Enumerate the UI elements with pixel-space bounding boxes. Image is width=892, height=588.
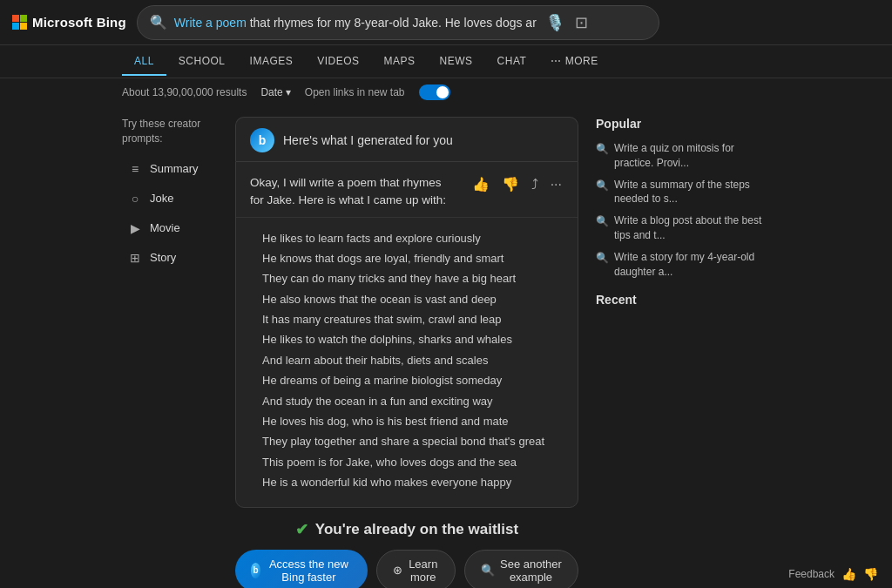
tab-school[interactable]: SCHOOL xyxy=(166,48,238,76)
microsoft-logo xyxy=(12,15,27,30)
right-sidebar: Popular 🔍 Write a quiz on mitosis for pr… xyxy=(596,117,770,578)
sidebar-item-label: Joke xyxy=(150,192,173,205)
poem-line: He likes to learn facts and explore curi… xyxy=(262,228,564,248)
thumbs-down-button[interactable]: 👎 xyxy=(500,174,521,194)
waitlist-buttons: b Access the new Bing faster ⊛ Learn mor… xyxy=(235,550,578,588)
tab-videos[interactable]: VIDEOS xyxy=(305,48,371,76)
logo-text: Microsoft Bing xyxy=(32,15,126,30)
story-icon: ⊞ xyxy=(127,250,143,266)
learn-more-button[interactable]: ⊛ Learn more xyxy=(376,550,456,588)
popular-item-1[interactable]: 🔍 Write a quiz on mitosis for practice. … xyxy=(596,138,770,174)
feedback-bar: Feedback 👍 👎 xyxy=(788,567,878,581)
center-content: b Here's what I generated for you Okay, … xyxy=(235,117,578,578)
search-icon-small: 🔍 xyxy=(596,214,609,229)
response-card: Okay, I will write a poem that rhymes fo… xyxy=(235,161,578,508)
tab-news[interactable]: NEWS xyxy=(428,48,485,76)
tab-chat[interactable]: CHAT xyxy=(485,48,539,76)
popular-item-2[interactable]: 🔍 Write a summary of the steps needed to… xyxy=(596,174,770,211)
feedback-thumbs-down[interactable]: 👎 xyxy=(863,567,878,581)
tab-images[interactable]: IMAGES xyxy=(238,48,306,76)
query-normal: that rhymes for my 8-year-old Jake. He l… xyxy=(247,16,537,30)
header: Microsoft Bing 🔍 Write a poem that rhyme… xyxy=(0,0,892,45)
more-actions-button[interactable]: ··· xyxy=(549,175,564,194)
poem-text: He likes to learn facts and explore curi… xyxy=(236,218,578,507)
poem-line: They play together and share a special b… xyxy=(262,431,564,451)
search-query-display: Write a poem that rhymes for my 8-year-o… xyxy=(174,16,537,30)
search-icon-small: 🔍 xyxy=(596,251,609,266)
chevron-down-icon: ▾ xyxy=(286,86,291,98)
results-bar: About 13,90,00,000 results Date ▾ Open l… xyxy=(0,78,892,106)
popular-item-4[interactable]: 🔍 Write a story for my 4-year-old daught… xyxy=(596,247,770,283)
waitlist-message: You're already on the waitlist xyxy=(315,521,518,538)
sidebar-item-label: Summary xyxy=(150,162,199,175)
sidebar-item-label: Movie xyxy=(150,221,180,234)
poem-line: He dreams of being a marine biologist so… xyxy=(262,370,564,390)
sidebar-item-label: Story xyxy=(150,251,176,264)
search-icon: 🔍 xyxy=(150,14,167,30)
mic-button[interactable]: 🎙️ xyxy=(544,11,566,34)
joke-icon: ○ xyxy=(127,191,143,206)
query-highlight: Write a poem xyxy=(174,16,247,30)
thumbs-up-button[interactable]: 👍 xyxy=(470,174,491,194)
tab-more[interactable]: ⋯ MORE xyxy=(538,48,610,76)
response-intro: Okay, I will write a poem that rhymes fo… xyxy=(236,162,578,218)
see-example-label: See another example xyxy=(500,558,562,584)
popular-item-text: Write a story for my 4-year-old daughter… xyxy=(614,250,770,280)
sidebar-header: Try these creator prompts: xyxy=(122,117,218,146)
response-actions: 👍 👎 ⤴ ··· xyxy=(456,174,564,194)
sidebar-item-summary[interactable]: ≡ Summary xyxy=(122,155,218,183)
check-icon: ✔ xyxy=(295,520,308,539)
poem-line: It has many creatures that swim, crawl a… xyxy=(262,309,564,329)
poem-line: And study the ocean in a fun and excitin… xyxy=(262,391,564,411)
tab-maps[interactable]: MAPS xyxy=(372,48,428,76)
date-filter[interactable]: Date ▾ xyxy=(260,86,290,98)
access-bing-faster-button[interactable]: b Access the new Bing faster xyxy=(235,550,368,588)
tab-all[interactable]: ALL xyxy=(122,48,166,76)
recent-title: Recent xyxy=(596,293,770,307)
bing-avatar: b xyxy=(250,128,274,152)
see-another-example-button[interactable]: 🔍 See another example xyxy=(464,550,578,588)
left-sidebar: Try these creator prompts: ≡ Summary ○ J… xyxy=(122,117,218,578)
popular-title: Popular xyxy=(596,117,770,131)
popular-section: Popular 🔍 Write a quiz on mitosis for pr… xyxy=(596,117,770,282)
popular-item-text: Write a blog post about the best tips an… xyxy=(614,213,770,243)
bing-header-text: Here's what I generated for you xyxy=(283,133,453,147)
poem-line: And learn about their habits, diets and … xyxy=(262,350,564,370)
search-icon-small: 🔍 xyxy=(596,179,609,193)
poem-line: This poem is for Jake, who loves dogs an… xyxy=(262,452,564,472)
popular-item-text: Write a quiz on mitosis for practice. Pr… xyxy=(614,141,770,171)
camera-button[interactable]: ⊡ xyxy=(573,11,590,34)
search-actions: 🎙️ ⊡ xyxy=(544,11,590,34)
sidebar-item-story[interactable]: ⊞ Story xyxy=(122,244,218,272)
share-button[interactable]: ⤴ xyxy=(530,175,540,194)
sidebar-item-movie[interactable]: ▶ Movie xyxy=(122,214,218,242)
open-links-toggle[interactable] xyxy=(419,84,450,100)
learn-more-label: Learn more xyxy=(408,558,439,584)
poem-line: He likes to watch the dolphins, sharks a… xyxy=(262,329,564,349)
bing-icon: b xyxy=(251,563,260,578)
summary-icon: ≡ xyxy=(127,161,143,177)
search-bar[interactable]: 🔍 Write a poem that rhymes for my 8-year… xyxy=(137,5,659,40)
movie-icon: ▶ xyxy=(127,220,143,236)
access-btn-label: Access the new Bing faster xyxy=(266,558,351,584)
feedback-label: Feedback xyxy=(788,568,835,580)
bing-response-header: b Here's what I generated for you xyxy=(235,117,578,161)
learn-more-icon: ⊛ xyxy=(393,564,402,577)
waitlist-text: ✔ You're already on the waitlist xyxy=(295,520,518,539)
sidebar-item-joke[interactable]: ○ Joke xyxy=(122,185,218,213)
feedback-thumbs-up[interactable]: 👍 xyxy=(841,567,856,581)
results-count: About 13,90,00,000 results xyxy=(122,86,247,98)
search-icon-small: 🔍 xyxy=(596,142,609,157)
poem-line: They can do many tricks and they have a … xyxy=(262,268,564,288)
poem-line: He knows that dogs are loyal, friendly a… xyxy=(262,248,564,268)
logo-area: Microsoft Bing xyxy=(12,15,126,30)
waitlist-banner: ✔ You're already on the waitlist b Acces… xyxy=(235,508,578,588)
poem-line: He is a wonderful kid who makes everyone… xyxy=(262,472,564,492)
search-small-icon: 🔍 xyxy=(481,564,495,577)
main-content: Try these creator prompts: ≡ Summary ○ J… xyxy=(0,106,892,588)
nav-tabs: ALL SCHOOL IMAGES VIDEOS MAPS NEWS CHAT … xyxy=(0,45,892,78)
poem-line: He loves his dog, who is his best friend… xyxy=(262,411,564,431)
popular-item-3[interactable]: 🔍 Write a blog post about the best tips … xyxy=(596,210,770,247)
popular-item-text: Write a summary of the steps needed to s… xyxy=(614,178,770,207)
open-links-label: Open links in new tab xyxy=(305,86,405,98)
